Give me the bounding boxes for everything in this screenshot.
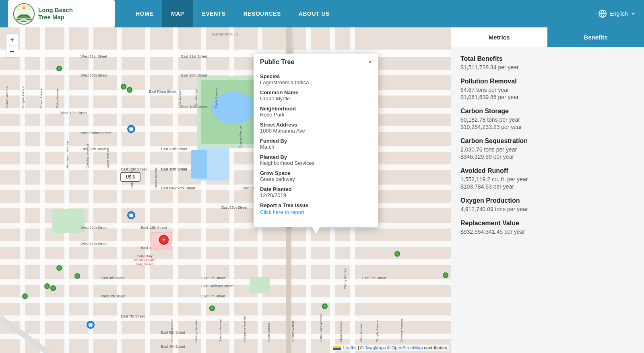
svg-text:East 17th Street: East 17th Street: [80, 147, 107, 151]
svg-rect-30: [117, 27, 122, 353]
svg-text:Myrtle Avenue: Myrtle Avenue: [215, 87, 218, 108]
svg-text:Cherry Avenue: Cherry Avenue: [343, 268, 347, 289]
svg-point-124: [130, 216, 131, 217]
svg-point-120: [130, 130, 131, 131]
nav-home[interactable]: HOME: [127, 0, 162, 27]
benefit-replacement-title: Replacement Value: [460, 220, 634, 227]
popup-value-common-name: Crape Myrtle: [260, 96, 372, 102]
bus-marker-3[interactable]: [87, 321, 95, 329]
svg-text:East 4th Street: East 4th Street: [161, 345, 185, 349]
tree-marker-6[interactable]: [44, 283, 50, 289]
svg-text:Medical Center: Medical Center: [134, 258, 156, 262]
svg-text:Oregon Avenue: Oregon Avenue: [21, 85, 25, 108]
logo-text: Long Beach Tree Map: [38, 6, 73, 21]
hospital-marker[interactable]: +: [159, 235, 169, 245]
tab-benefits[interactable]: Benefits: [547, 27, 644, 47]
benefit-runoff-value-0: 1,552,119.2 cu. ft. per year: [460, 176, 634, 183]
leaflet-link[interactable]: Leaflet: [343, 345, 357, 350]
tree-marker-3[interactable]: [127, 87, 132, 93]
svg-text:Olive Avenue: Olive Avenue: [194, 89, 198, 108]
benefit-pollution-value-1: $1,061,639.86 per year: [460, 94, 634, 100]
chevron-down-icon: [630, 11, 636, 17]
jawgmaps-link[interactable]: JawgMaps: [365, 345, 386, 350]
tree-marker-11[interactable]: [394, 251, 400, 257]
bus-marker-2[interactable]: [127, 211, 135, 219]
tree-marker-7[interactable]: [50, 285, 56, 291]
tree-popup: Public Tree × Species Lagerstroemia Indi…: [254, 54, 378, 227]
nav-map[interactable]: MAP: [162, 0, 193, 27]
zoom-out-button[interactable]: −: [6, 46, 18, 58]
svg-point-125: [132, 216, 133, 217]
popup-field-date-planted: Date Planted 12/20/2019: [260, 186, 372, 198]
popup-label-neighborhood: Neighborhood: [260, 106, 372, 112]
benefit-carbon-storage-value-0: 60,182.78 tons per year: [460, 116, 634, 123]
benefit-total: Total Benefits $1,511,728.34 per year: [460, 55, 634, 71]
svg-rect-27: [40, 27, 45, 353]
svg-rect-44: [250, 277, 270, 293]
svg-text:US 6: US 6: [126, 175, 135, 179]
zoom-in-button[interactable]: +: [6, 33, 18, 46]
bus-marker-1[interactable]: [127, 125, 135, 133]
tree-marker-10[interactable]: [322, 303, 328, 309]
tree-marker-1[interactable]: [56, 66, 62, 71]
svg-text:East 9th Street: East 9th Street: [201, 276, 225, 280]
popup-field-species: Species Lagerstroemia Indica: [260, 73, 372, 85]
logo-area: Long Beach Tree Map: [8, 0, 115, 27]
svg-text:East 9th Street: East 9th Street: [101, 276, 125, 280]
popup-value-planted-by: Neighborhood Services: [260, 160, 372, 166]
svg-text:Orange Avenue: Orange Avenue: [239, 126, 242, 148]
popup-field-grow-space: Grow Space Grass parkway: [260, 170, 372, 182]
popup-label-grow-space: Grow Space: [260, 170, 372, 176]
svg-point-121: [132, 130, 133, 131]
tab-metrics[interactable]: Metrics: [451, 27, 547, 47]
globe-icon: [598, 9, 607, 18]
svg-rect-32: [173, 27, 178, 353]
popup-value-funded-by: Match: [260, 144, 372, 150]
svg-text:Ohio Avenue: Ohio Avenue: [359, 323, 363, 342]
svg-text:East 7th Street: East 7th Street: [121, 314, 145, 318]
svg-point-129: [91, 326, 92, 327]
popup-body: Species Lagerstroemia Indica Common Name…: [254, 70, 378, 223]
benefit-carbon-storage-title: Carbon Storage: [460, 108, 634, 115]
benefit-total-title: Total Benefits: [460, 55, 634, 62]
svg-rect-130: [89, 324, 93, 325]
svg-text:East 16th Street: East 16th Street: [161, 167, 187, 171]
language-selector[interactable]: English: [598, 9, 636, 18]
svg-text:Cherry Avenue: Cherry Avenue: [291, 320, 295, 342]
osm-link[interactable]: OpenStreetMap: [392, 345, 423, 350]
svg-text:Saint Mary: Saint Mary: [137, 254, 153, 258]
popup-report-link[interactable]: Click here to report: [260, 209, 304, 215]
popup-value-neighborhood: Rose Park: [260, 112, 372, 118]
svg-text:East 8th Street: East 8th Street: [362, 276, 386, 280]
svg-text:East 21st Street: East 21st Street: [181, 54, 207, 58]
tree-marker-9[interactable]: [209, 305, 215, 311]
benefit-carbon-seq-value-1: $346,329.59 per year: [460, 154, 634, 160]
svg-text:East 20th Street: East 20th Street: [181, 73, 207, 77]
map-container[interactable]: Autrilla Scott Ln. West 21st Street East…: [0, 27, 451, 353]
tree-marker-8[interactable]: [22, 293, 28, 299]
map-attribution: Leaflet | © JawgMaps © OpenStreetMap con…: [331, 345, 449, 351]
nav-about[interactable]: ABOUT US: [290, 0, 339, 27]
nav-resources[interactable]: RESOURCES: [235, 0, 290, 27]
popup-value-date-planted: 12/20/2019: [260, 192, 372, 198]
svg-text:West 8th Street: West 8th Street: [101, 294, 126, 298]
popup-field-report: Report a Tree Issue Click here to report: [260, 202, 372, 216]
popup-title: Public Tree: [260, 58, 294, 66]
svg-text:East 17th Street: East 17th Street: [161, 147, 187, 151]
tree-marker-2[interactable]: [121, 84, 126, 89]
svg-text:Linden Avenue: Linden Avenue: [154, 167, 158, 189]
language-label: English: [609, 10, 628, 17]
svg-text:East 8th Street: East 8th Street: [201, 294, 225, 298]
tree-marker-13[interactable]: [443, 272, 448, 278]
benefit-oxygen-title: Oxygen Production: [460, 197, 634, 204]
benefit-runoff-title: Avoided Runoff: [460, 167, 634, 174]
popup-label-report: Report a Tree Issue: [260, 202, 372, 208]
svg-text:Molino Avenue: Molino Avenue: [339, 320, 343, 342]
tree-marker-5[interactable]: [56, 265, 62, 271]
benefit-replacement-value-0: $532,554,341.45 per year: [460, 228, 634, 235]
benefit-pollution: Pollution Removal 64.67 tons per year $1…: [460, 78, 634, 100]
svg-text:West 21st Street: West 21st Street: [80, 54, 107, 58]
tree-marker-12[interactable]: [74, 273, 80, 279]
nav-events[interactable]: EVENTS: [193, 0, 235, 27]
popup-close-button[interactable]: ×: [368, 59, 372, 65]
